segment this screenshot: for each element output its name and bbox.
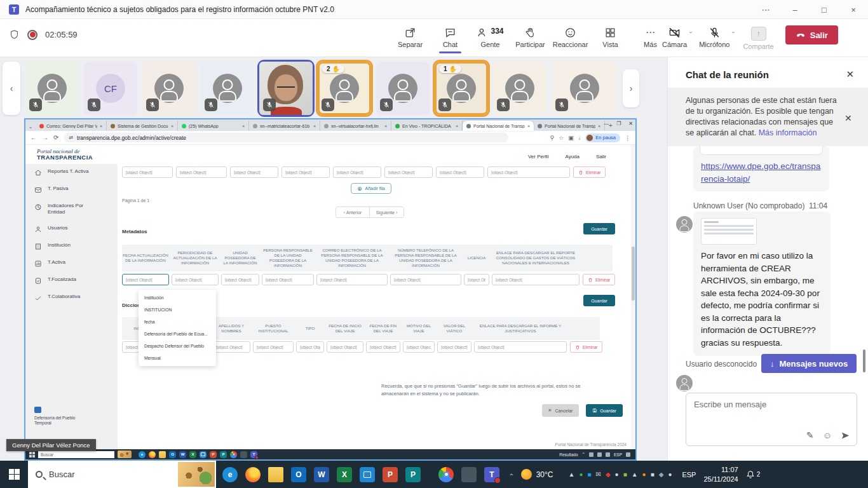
shared-tray-icon[interactable] [606, 452, 610, 457]
taskbar-app-icon[interactable]: P [405, 467, 421, 482]
participant-tile[interactable]: ✋ [259, 62, 313, 115]
emoji-icon[interactable]: ☺ [823, 430, 832, 440]
language-indicator[interactable]: ESP [682, 471, 696, 478]
format-pen-icon[interactable]: ✎ [806, 430, 814, 440]
taskbar-app-icon[interactable]: O [291, 467, 306, 482]
message-image-thumbnail[interactable] [701, 218, 757, 245]
participant-tile[interactable]: ✋ [201, 62, 254, 115]
participant-tile[interactable]: ✋ [493, 62, 546, 115]
sidebar-item-indicadores[interactable]: Indicadores Por Entidad [25, 198, 102, 220]
reaccionar-button[interactable]: Reaccionar [553, 24, 588, 51]
metadatos-field[interactable] [390, 274, 461, 285]
tray-icon[interactable]: ● [642, 471, 646, 478]
taskbar-app-icon[interactable] [245, 467, 261, 482]
taskbar-app-icon[interactable] [268, 467, 283, 482]
metadatos-field[interactable] [122, 274, 169, 285]
dropdown-option[interactable]: Mensual [139, 352, 216, 364]
taskbar-app-icon[interactable]: e [222, 467, 238, 482]
metadatos-field[interactable] [316, 274, 388, 285]
eliminar-diccionario-button[interactable]: Eliminar [570, 341, 602, 353]
tray-icon[interactable]: ✉ [595, 471, 600, 478]
strip-next-button[interactable]: › [623, 69, 639, 107]
tab-close-icon[interactable]: × [456, 124, 458, 128]
tab-close-icon[interactable]: × [242, 124, 245, 128]
browser-close-icon[interactable]: ✕ [628, 121, 633, 126]
shared-taskbar-app-icon[interactable] [149, 451, 156, 458]
sidebar-item-colaborativa[interactable]: T.Colaborativa [25, 289, 118, 306]
message-url-link[interactable]: https://www.dpe.gob.ec/transparencia-lot… [701, 161, 820, 184]
participant-tile[interactable]: ✋ [376, 62, 430, 115]
shared-taskbar-app-icon[interactable] [230, 451, 237, 458]
shared-taskbar-app-icon[interactable]: O [169, 451, 176, 458]
tab-close-icon[interactable]: × [313, 124, 316, 128]
notice-close-icon[interactable]: ✕ [844, 113, 852, 139]
tab-close-icon[interactable]: × [100, 124, 102, 128]
shared-tray-icon[interactable] [597, 452, 602, 457]
participant-tile[interactable]: ✋ CF [84, 62, 137, 115]
diccionario-field[interactable] [253, 341, 294, 353]
shared-search-box[interactable]: Buscar [38, 451, 114, 458]
metadatos-field[interactable] [172, 274, 219, 285]
download-icon[interactable]: ↓ [578, 135, 581, 141]
diccionario-field[interactable] [327, 341, 363, 353]
shared-taskbar-app-icon[interactable]: P [220, 451, 227, 458]
diccionario-field[interactable] [296, 341, 324, 353]
viajes-field[interactable] [384, 166, 433, 178]
tab-close-icon[interactable]: × [171, 124, 173, 128]
dropdown-option[interactable]: Despacho Defensor del Pueblo [139, 340, 216, 352]
sidebar-item-institucion[interactable]: Institución [25, 238, 118, 255]
metadatos-field[interactable] [464, 274, 489, 285]
message-input[interactable] [694, 400, 840, 409]
viajes-field[interactable] [487, 166, 570, 178]
tray-icon[interactable]: ▲ [632, 471, 638, 478]
metadatos-guardar-button[interactable]: Guardar [583, 223, 615, 234]
nav-salir[interactable]: Salir [596, 154, 606, 159]
diccionario-field[interactable] [437, 341, 471, 353]
participant-tile[interactable]: 2✋ [318, 62, 371, 115]
extensions-icon[interactable]: ▣ [568, 135, 574, 141]
shared-taskbar-app-icon[interactable] [240, 451, 247, 458]
gente-button[interactable]: 334 Gente [473, 24, 508, 51]
chat-scrollbar[interactable] [863, 349, 865, 372]
site-info-icon[interactable]: ⇄ [69, 135, 73, 140]
sidebar-item-activa[interactable]: T.Activa [25, 255, 118, 272]
strip-prev-button[interactable]: ‹ [3, 62, 20, 115]
shared-tray-icon[interactable] [589, 452, 593, 457]
close-icon[interactable]: × [839, 0, 868, 19]
taskbar-app-icon[interactable]: P [383, 467, 398, 482]
viajes-field[interactable] [436, 166, 484, 178]
chat-input-box[interactable]: ✎ ☺ [686, 393, 857, 446]
diccionario-field[interactable] [474, 341, 567, 353]
search-highlight-art[interactable] [178, 462, 215, 487]
viajes-field[interactable] [176, 166, 227, 178]
chat-close-icon[interactable]: ✕ [846, 69, 854, 80]
participant-tile[interactable]: 1✋ [435, 62, 488, 115]
camera-options-chevron-icon[interactable]: › [688, 32, 694, 34]
shared-taskbar-app-icon[interactable]: e [139, 451, 146, 458]
browser-tab[interactable]: xn--virtualacortar-hxfj.lin × [320, 121, 391, 131]
taskbar-app-icon[interactable] [360, 467, 375, 482]
back-icon[interactable]: ← [31, 134, 37, 141]
eliminar-row-button[interactable]: Eliminar [573, 166, 606, 178]
dropdown-option[interactable]: Defensoría del Pueblo de Ecua... [139, 328, 216, 340]
participant-tile[interactable]: ✋ [25, 62, 79, 115]
diccionario-field[interactable] [403, 341, 435, 353]
add-row-button[interactable]: ⊕Añadir fila [351, 183, 391, 194]
send-icon[interactable] [841, 431, 850, 440]
omnibox[interactable]: ⇄ transparencia.dpe.gob.ec/admin/active/… [64, 133, 508, 142]
viajes-field[interactable] [333, 166, 381, 178]
browser-tab[interactable]: Sistema de Gestión Docu × [107, 121, 178, 131]
browser-tab[interactable]: (25) WhatsApp × [178, 121, 249, 131]
more-info-link[interactable]: Más información [759, 128, 817, 137]
sidebar-item-focalizada[interactable]: T.Focalizada [25, 272, 118, 289]
tab-close-icon[interactable]: × [527, 124, 530, 128]
tray-icon[interactable]: ■ [587, 471, 591, 478]
guardar-button[interactable]: Guardar [586, 404, 623, 417]
tab-search-icon[interactable]: ⌄ [25, 122, 36, 131]
page-scrollbar[interactable] [631, 145, 635, 449]
taskbar-app-icon[interactable]: T [484, 467, 499, 482]
mic-button[interactable]: Micrófono [698, 24, 731, 51]
metadatos-field[interactable] [492, 274, 580, 285]
forward-icon[interactable]: → [42, 134, 48, 141]
shared-taskbar-app-icon[interactable]: X [189, 451, 196, 458]
